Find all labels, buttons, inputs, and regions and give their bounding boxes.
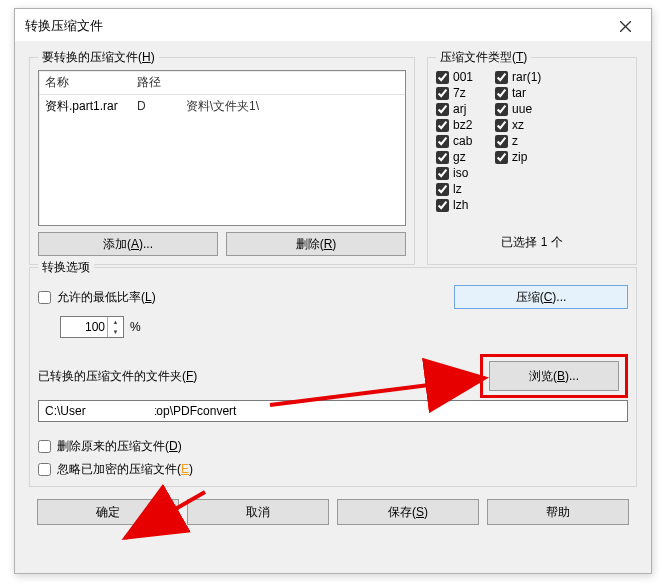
min-ratio-spinner[interactable]: 100 ▲ ▼ [60, 316, 124, 338]
spinner-down-icon[interactable]: ▼ [108, 327, 123, 337]
compress-button[interactable]: 压缩(C)... [454, 285, 628, 309]
converted-folder-label: 已转换的压缩文件的文件夹(F) [38, 368, 197, 385]
type-checkbox-tar[interactable]: tar [495, 86, 541, 100]
help-button[interactable]: 帮助 [487, 499, 629, 525]
list-header: 名称 路径 [39, 71, 405, 95]
type-checkbox-xz[interactable]: xz [495, 118, 541, 132]
type-checkbox-001[interactable]: 001 [436, 70, 473, 84]
ok-button[interactable]: 确定 [37, 499, 179, 525]
type-checkbox-zip[interactable]: zip [495, 150, 541, 164]
spinner-up-icon[interactable]: ▲ [108, 317, 123, 327]
type-checkbox-lz[interactable]: lz [436, 182, 473, 196]
selected-count: 已选择 1 个 [436, 234, 628, 251]
type-checkbox-7z[interactable]: 7z [436, 86, 473, 100]
type-checkbox-uue[interactable]: uue [495, 102, 541, 116]
type-checkbox-bz2[interactable]: bz2 [436, 118, 473, 132]
group-files-label: 要转换的压缩文件(H) [38, 49, 159, 66]
group-types-label: 压缩文件类型(T) [436, 49, 531, 66]
browse-button[interactable]: 浏览(B)... [489, 361, 619, 391]
group-files-to-convert: 要转换的压缩文件(H) 名称 路径 资料.part1.rar D资料\文件夹1\ [29, 57, 415, 265]
dialog-window: 转换压缩文件 要转换的压缩文件(H) 名称 路径 资料.part1.rar [14, 8, 652, 574]
percent-label: % [130, 320, 141, 334]
group-options: 转换选项 允许的最低比率(L) 压缩(C)... 100 ▲ ▼ [29, 267, 637, 487]
table-row[interactable]: 资料.part1.rar D资料\文件夹1\ [39, 95, 405, 118]
col-name[interactable]: 名称 [39, 71, 131, 94]
browse-highlight: 浏览(B)... [480, 354, 628, 398]
type-checkbox-iso[interactable]: iso [436, 166, 473, 180]
close-icon [620, 21, 631, 32]
titlebar: 转换压缩文件 [15, 9, 651, 41]
cancel-button[interactable]: 取消 [187, 499, 329, 525]
group-archive-types: 压缩文件类型(T) 0017zarjbz2cabgzisolzlzh rar(1… [427, 57, 637, 265]
min-ratio-checkbox[interactable]: 允许的最低比率(L) [38, 289, 156, 306]
ignore-encrypted-checkbox[interactable]: 忽略已加密的压缩文件(E) [38, 461, 628, 478]
file-name-cell: 资料.part1.rar [39, 95, 131, 118]
files-listbox[interactable]: 名称 路径 资料.part1.rar D资料\文件夹1\ [38, 70, 406, 226]
add-button[interactable]: 添加(A)... [38, 232, 218, 256]
delete-button[interactable]: 删除(R) [226, 232, 406, 256]
type-checkbox-cab[interactable]: cab [436, 134, 473, 148]
group-options-label: 转换选项 [38, 259, 94, 276]
close-button[interactable] [607, 14, 643, 38]
type-checkbox-lzh[interactable]: lzh [436, 198, 473, 212]
type-checkbox-gz[interactable]: gz [436, 150, 473, 164]
col-path[interactable]: 路径 [131, 71, 405, 94]
type-checkbox-rar1[interactable]: rar(1) [495, 70, 541, 84]
save-button[interactable]: 保存(S) [337, 499, 479, 525]
file-path-cell: D资料\文件夹1\ [131, 95, 405, 118]
type-checkbox-z[interactable]: z [495, 134, 541, 148]
type-checkbox-arj[interactable]: arj [436, 102, 473, 116]
delete-original-checkbox[interactable]: 删除原来的压缩文件(D) [38, 438, 628, 455]
window-title: 转换压缩文件 [25, 17, 103, 35]
